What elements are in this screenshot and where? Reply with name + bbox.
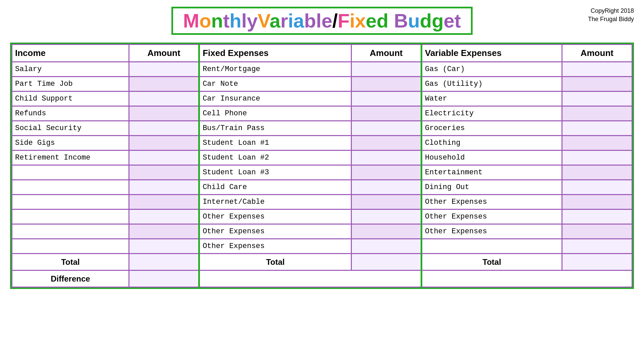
variable-label: Dining Out bbox=[422, 180, 562, 195]
fixed-amount[interactable] bbox=[351, 150, 421, 165]
variable-label: Gas (Car) bbox=[422, 62, 562, 77]
fixed-label: Car Insurance bbox=[199, 92, 352, 106]
variable-total-label: Total bbox=[422, 254, 562, 270]
variable-label: Water bbox=[422, 92, 562, 106]
fixed-amount[interactable] bbox=[351, 239, 421, 254]
variable-amount[interactable] bbox=[562, 106, 632, 121]
income-amount[interactable] bbox=[129, 106, 199, 121]
fixed-amount[interactable] bbox=[351, 136, 421, 150]
fixed-amount[interactable] bbox=[351, 209, 421, 224]
income-label: Refunds bbox=[12, 106, 129, 121]
income-amount[interactable] bbox=[129, 136, 199, 150]
variable-amount[interactable] bbox=[562, 224, 632, 239]
variable-label: Clothing bbox=[422, 136, 562, 150]
income-amount[interactable] bbox=[129, 77, 199, 92]
fixed-label: Student Loan #3 bbox=[199, 165, 352, 180]
total-row: Total Total Total bbox=[12, 254, 632, 270]
difference-amount[interactable] bbox=[129, 270, 199, 287]
income-amount[interactable] bbox=[129, 92, 199, 106]
fixed-amount[interactable] bbox=[351, 92, 421, 106]
table-row: Child Care Dining Out bbox=[12, 180, 632, 195]
income-label: Side Gigs bbox=[12, 136, 129, 150]
fixed-amount[interactable] bbox=[351, 106, 421, 121]
variable-amount[interactable] bbox=[562, 136, 632, 150]
income-amount[interactable] bbox=[129, 150, 199, 165]
table-row: Other Expenses Other Expenses bbox=[12, 209, 632, 224]
income-label: Retirement Income bbox=[12, 150, 129, 165]
fixed-amount[interactable] bbox=[351, 195, 421, 209]
table-row: Internet/Cable Other Expenses bbox=[12, 195, 632, 209]
variable-amount[interactable] bbox=[562, 209, 632, 224]
variable-label: Other Expenses bbox=[422, 209, 562, 224]
income-label bbox=[12, 209, 129, 224]
variable-label: Entertainment bbox=[422, 165, 562, 180]
variable-amount[interactable] bbox=[562, 180, 632, 195]
income-label: Salary bbox=[12, 62, 129, 77]
variable-total-amount[interactable] bbox=[562, 254, 632, 270]
fixed-label: Cell Phone bbox=[199, 106, 352, 121]
fixed-amount[interactable] bbox=[351, 121, 421, 136]
income-header: Income bbox=[12, 45, 129, 62]
table-row: Refunds Cell Phone Electricity bbox=[12, 106, 632, 121]
fixed-amount[interactable] bbox=[351, 77, 421, 92]
table-row: Side Gigs Student Loan #1 Clothing bbox=[12, 136, 632, 150]
fixed-label: Internet/Cable bbox=[199, 195, 352, 209]
income-amount-header: Amount bbox=[129, 45, 199, 62]
income-label bbox=[12, 165, 129, 180]
variable-amount[interactable] bbox=[562, 92, 632, 106]
variable-label: Electricity bbox=[422, 106, 562, 121]
fixed-label: Student Loan #2 bbox=[199, 150, 352, 165]
variable-amount[interactable] bbox=[562, 195, 632, 209]
variable-label bbox=[422, 239, 562, 254]
title-box: MonthlyVariable/Fixed Budget bbox=[171, 7, 473, 35]
income-amount[interactable] bbox=[129, 165, 199, 180]
variable-label: Household bbox=[422, 150, 562, 165]
variable-amount[interactable] bbox=[562, 150, 632, 165]
variable-amount[interactable] bbox=[562, 62, 632, 77]
income-amount[interactable] bbox=[129, 121, 199, 136]
fixed-label: Car Note bbox=[199, 77, 352, 92]
variable-amount[interactable] bbox=[562, 77, 632, 92]
income-total-label: Total bbox=[12, 254, 129, 270]
difference-row: Difference bbox=[12, 270, 632, 287]
main-title: MonthlyVariable/Fixed Budget bbox=[183, 10, 461, 32]
income-amount[interactable] bbox=[129, 180, 199, 195]
income-label bbox=[12, 195, 129, 209]
variable-label: Other Expenses bbox=[422, 195, 562, 209]
difference-variable-spacer bbox=[422, 270, 632, 287]
fixed-amount[interactable] bbox=[351, 165, 421, 180]
top-bar: MonthlyVariable/Fixed Budget CopyRight 2… bbox=[10, 7, 634, 35]
variable-label: Groceries bbox=[422, 121, 562, 136]
fixed-amount[interactable] bbox=[351, 224, 421, 239]
income-amount[interactable] bbox=[129, 239, 199, 254]
table-row: Other Expenses Other Expenses bbox=[12, 224, 632, 239]
variable-amount[interactable] bbox=[562, 239, 632, 254]
fixed-amount-header: Amount bbox=[351, 45, 421, 62]
fixed-total-amount[interactable] bbox=[351, 254, 421, 270]
variable-header: Variable Expenses bbox=[422, 45, 562, 62]
fixed-total-label: Total bbox=[199, 254, 352, 270]
income-label bbox=[12, 224, 129, 239]
variable-label: Gas (Utility) bbox=[422, 77, 562, 92]
fixed-amount[interactable] bbox=[351, 180, 421, 195]
income-amount[interactable] bbox=[129, 62, 199, 77]
fixed-amount[interactable] bbox=[351, 62, 421, 77]
income-label: Part Time Job bbox=[12, 77, 129, 92]
fixed-label: Other Expenses bbox=[199, 239, 352, 254]
budget-table: Income Amount Fixed Expenses Amount Vari… bbox=[11, 44, 633, 288]
income-amount[interactable] bbox=[129, 195, 199, 209]
fixed-label: Bus/Train Pass bbox=[199, 121, 352, 136]
income-amount[interactable] bbox=[129, 224, 199, 239]
variable-amount[interactable] bbox=[562, 165, 632, 180]
difference-label: Difference bbox=[12, 270, 129, 287]
budget-table-container: Income Amount Fixed Expenses Amount Vari… bbox=[10, 43, 634, 289]
income-label: Child Support bbox=[12, 92, 129, 106]
fixed-label: Other Expenses bbox=[199, 209, 352, 224]
table-row: Salary Rent/Mortgage Gas (Car) bbox=[12, 62, 632, 77]
income-total-amount[interactable] bbox=[129, 254, 199, 270]
variable-amount[interactable] bbox=[562, 121, 632, 136]
variable-label: Other Expenses bbox=[422, 224, 562, 239]
table-row: Part Time Job Car Note Gas (Utility) bbox=[12, 77, 632, 92]
income-amount[interactable] bbox=[129, 209, 199, 224]
table-row: Social Security Bus/Train Pass Groceries bbox=[12, 121, 632, 136]
